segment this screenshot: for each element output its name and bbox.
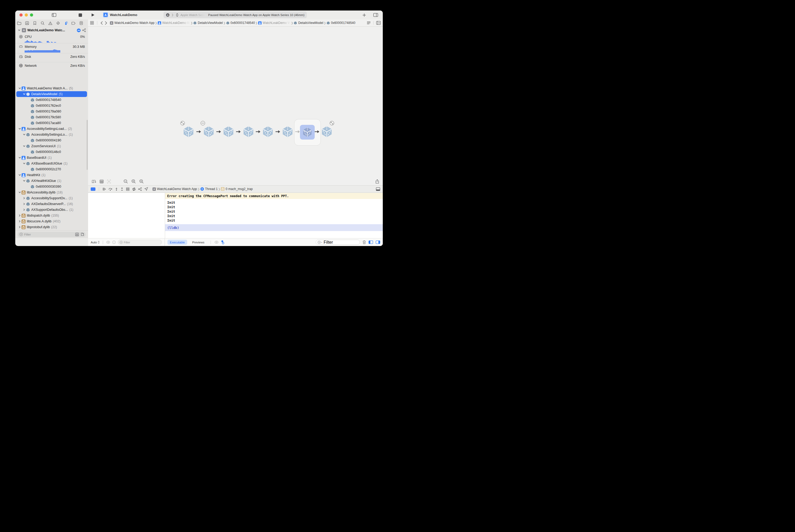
tests-icon[interactable] xyxy=(56,21,60,25)
back-icon[interactable] xyxy=(100,21,103,25)
memory-graph-node[interactable] xyxy=(282,126,294,138)
tree-row[interactable]: 0x60000179c580 xyxy=(15,114,88,120)
disclosure-right-icon[interactable] xyxy=(22,197,26,200)
disclosure-chevron-icon[interactable] xyxy=(18,29,20,32)
disclosure-down-icon[interactable] xyxy=(22,145,26,148)
tab-previews[interactable]: Previews xyxy=(190,240,207,245)
expand-node-badge[interactable] xyxy=(181,121,185,126)
debug-memory-graph-icon[interactable] xyxy=(138,187,142,191)
console-toggle-icon[interactable] xyxy=(376,187,380,191)
find-icon[interactable] xyxy=(40,21,45,25)
disclosure-down-icon[interactable] xyxy=(22,179,26,182)
disclosure-down-icon[interactable] xyxy=(22,133,26,136)
tree-row[interactable]: BaseBoardUI(1) xyxy=(15,155,88,160)
tree-row[interactable]: AXDefaultsObserverP...(16) xyxy=(15,201,88,207)
memory-graph-node[interactable] xyxy=(203,126,215,138)
tree-row[interactable]: ZoomServicesUI(1) xyxy=(15,143,88,149)
disclosure-right-icon[interactable] xyxy=(22,203,26,205)
table-view-icon[interactable] xyxy=(100,179,103,184)
variables-filter-field[interactable]: Filter xyxy=(118,240,162,245)
disclosure-down-icon[interactable] xyxy=(18,174,22,176)
tree-row[interactable]: DetailsViewModel(5) xyxy=(15,91,88,97)
breakpoints-toggle[interactable] xyxy=(91,187,95,191)
toggle-sidebar-icon[interactable] xyxy=(52,13,56,17)
console-filter-field[interactable]: Filter xyxy=(316,240,360,245)
tree-row[interactable]: 0x6000017aca80 xyxy=(15,120,88,126)
expand-node-badge[interactable] xyxy=(330,121,334,126)
memory-gauge-row[interactable]: Memory 30.3 MB xyxy=(15,43,88,53)
tree-row[interactable]: AXBaseBoardUIGlue(1) xyxy=(15,160,88,166)
tree-row[interactable]: libicucore.A.dylib(402) xyxy=(15,218,88,224)
continue-icon[interactable] xyxy=(102,187,106,191)
reports-icon[interactable] xyxy=(79,21,83,25)
zoom-actual-icon[interactable] xyxy=(131,179,136,184)
editor-layout-icon[interactable] xyxy=(373,13,378,17)
variables-view[interactable] xyxy=(88,193,165,238)
info-icon[interactable] xyxy=(112,241,116,244)
disclosure-down-icon[interactable] xyxy=(18,156,22,159)
disclosure-down-icon[interactable] xyxy=(18,191,22,194)
tree-row[interactable]: AXSupportDefaultsObs...(1) xyxy=(15,207,88,213)
toggle-console-panel-icon[interactable] xyxy=(376,241,380,244)
disclosure-right-icon[interactable] xyxy=(22,208,26,211)
sidebar-filter-field[interactable]: Filter xyxy=(18,232,86,237)
editor-options-icon[interactable] xyxy=(367,21,371,24)
disclosure-right-icon[interactable] xyxy=(18,220,22,223)
debug-breadcrumb-item[interactable]: Thread 1 xyxy=(200,187,218,191)
zoom-button[interactable] xyxy=(30,14,33,17)
add-editor-icon[interactable] xyxy=(376,21,381,25)
stop-button[interactable] xyxy=(78,13,82,17)
step-out-icon[interactable] xyxy=(120,187,124,191)
variables-scope-select[interactable]: Auto xyxy=(91,241,100,244)
console-eye-icon[interactable] xyxy=(214,241,219,244)
tree-row[interactable]: 0x600001748540 xyxy=(15,97,88,103)
sidebar-scrollbar[interactable] xyxy=(87,120,88,170)
tree-row[interactable]: libprotobuf.dylib(22) xyxy=(15,224,88,230)
tree-row[interactable]: 0x60000179a080 xyxy=(15,109,88,114)
issues-icon[interactable] xyxy=(48,21,53,25)
simulate-location-icon[interactable] xyxy=(144,187,148,191)
memory-graph-node[interactable] xyxy=(321,126,333,138)
related-items-grid-icon[interactable] xyxy=(90,21,94,25)
run-button[interactable] xyxy=(91,13,95,17)
tab-executable[interactable]: Executable xyxy=(168,240,187,245)
disclosure-right-icon[interactable] xyxy=(18,226,22,228)
tree-row[interactable]: AccessibilitySettingsLo...(1) xyxy=(15,132,88,137)
more-references-badge[interactable] xyxy=(201,121,205,126)
forward-icon[interactable] xyxy=(105,21,107,25)
disclosure-down-icon[interactable] xyxy=(18,87,22,90)
close-button[interactable] xyxy=(19,14,23,17)
show-only-eye-icon[interactable] xyxy=(106,241,110,244)
debug-breadcrumb-item[interactable]: AWatchLeakDemo Watch App xyxy=(152,187,197,191)
step-into-icon[interactable] xyxy=(115,187,118,191)
disclosure-right-icon[interactable] xyxy=(18,214,22,217)
debug-breadcrumb-item[interactable]: 0 mach_msg2_trap xyxy=(221,187,253,191)
disclosure-down-icon[interactable] xyxy=(22,162,26,165)
disk-gauge-row[interactable]: Disk Zero KB/s xyxy=(15,53,88,62)
memory-graph-node[interactable] xyxy=(222,126,234,138)
zoom-out-icon[interactable] xyxy=(124,179,128,184)
clear-console-trash-icon[interactable] xyxy=(362,240,366,244)
memory-graph-node[interactable] xyxy=(242,126,254,138)
add-button[interactable] xyxy=(362,13,366,17)
memory-gauge-info-icon[interactable] xyxy=(77,28,81,32)
breadcrumb-item[interactable]: DetailsViewModel xyxy=(294,21,323,25)
focus-selection-icon[interactable] xyxy=(107,179,111,184)
step-over-icon[interactable] xyxy=(108,187,113,191)
zoom-in-icon[interactable] xyxy=(139,179,144,184)
cpu-gauge-row[interactable]: CPU 0% xyxy=(15,33,88,43)
tree-row[interactable]: libdispatch.dylib(155) xyxy=(15,213,88,218)
memory-graph-debugger-icon[interactable] xyxy=(132,187,136,191)
show-roots-icon[interactable] xyxy=(92,179,96,184)
tree-row[interactable]: HealthKit(1) xyxy=(15,172,88,178)
tree-row[interactable]: libAccessibility.dylib(18) xyxy=(15,190,88,195)
tree-row[interactable]: 0x600000004190 xyxy=(15,137,88,143)
tree-row[interactable]: 0x60000002c270 xyxy=(15,166,88,172)
project-navigator-icon[interactable] xyxy=(17,21,22,25)
breadcrumb-item[interactable]: WatchLeakDemo Wa xyxy=(158,21,190,25)
process-row[interactable]: A WatchLeakDemo Watc... xyxy=(15,26,88,33)
disclosure-down-icon[interactable] xyxy=(22,93,26,95)
tree-row[interactable]: 0x6000000146c0 xyxy=(15,149,88,155)
filter-file-icon[interactable] xyxy=(81,233,84,236)
lldb-prompt[interactable]: (lldb) xyxy=(165,224,383,231)
